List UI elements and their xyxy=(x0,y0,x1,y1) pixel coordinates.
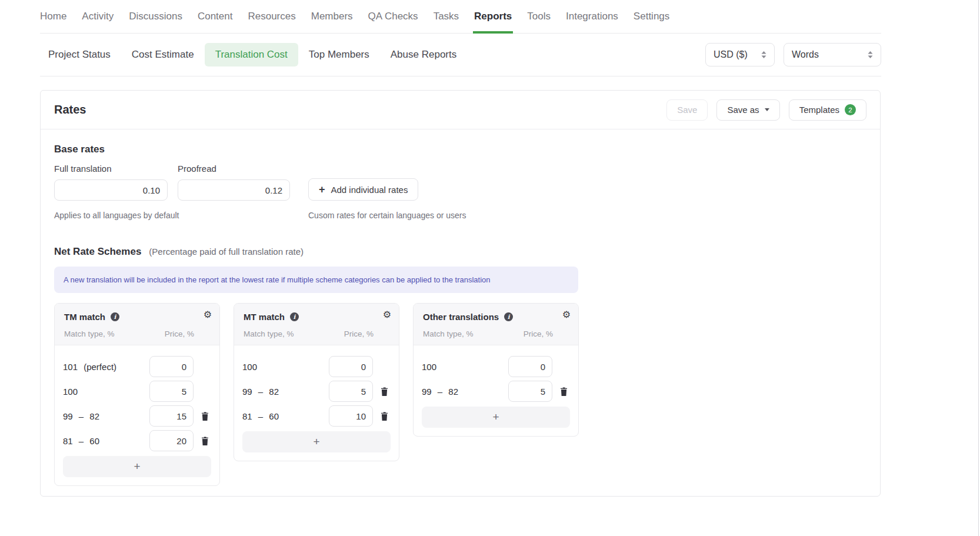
other-translations-title-row: Other translations i xyxy=(423,312,570,322)
trash-slot xyxy=(198,412,211,421)
gear-icon[interactable]: ⚙ xyxy=(383,310,391,319)
add-individual-rates-button[interactable]: + Add individual rates xyxy=(308,178,418,201)
top-navigation: Home Activity Discussions Content Resour… xyxy=(40,0,881,34)
price-input[interactable] xyxy=(329,405,373,427)
price-input[interactable] xyxy=(508,356,552,377)
mt-match-columns: Match type, % Price, % xyxy=(244,329,391,338)
rate-row: 81 – 60 xyxy=(55,430,219,451)
nav-item-activity[interactable]: Activity xyxy=(82,0,114,33)
sort-arrows-icon xyxy=(761,51,766,58)
rates-actions: Save Save as Templates 2 xyxy=(666,99,866,121)
nav-item-reports[interactable]: Reports xyxy=(474,0,512,33)
price-input[interactable] xyxy=(149,405,194,427)
tab-translation-cost[interactable]: Translation Cost xyxy=(205,43,298,66)
nav-item-members[interactable]: Members xyxy=(311,0,353,33)
trash-icon xyxy=(560,387,568,396)
gear-icon[interactable]: ⚙ xyxy=(562,310,571,319)
nav-item-settings[interactable]: Settings xyxy=(634,0,669,33)
add-rate-row-button[interactable]: + xyxy=(242,431,391,452)
price-input[interactable] xyxy=(149,356,194,377)
price-input[interactable] xyxy=(329,381,373,402)
nav-item-home[interactable]: Home xyxy=(40,0,66,33)
nav-item-content[interactable]: Content xyxy=(198,0,233,33)
content-shell: Home Activity Discussions Content Resour… xyxy=(40,0,881,497)
net-rate-schemes-heading: Net Rate Schemes xyxy=(54,246,141,258)
other-translations-columns: Match type, % Price, % xyxy=(423,329,570,338)
delete-row-button[interactable] xyxy=(381,412,388,421)
trash-icon xyxy=(201,437,209,445)
match-type-value: 81 – 60 xyxy=(63,436,149,446)
rate-row: 100 xyxy=(55,381,219,402)
info-icon[interactable]: i xyxy=(290,312,299,321)
match-type-column-header: Match type, % xyxy=(64,329,115,338)
delete-row-button[interactable] xyxy=(381,387,388,396)
mt-match-panel-header: MT match i ⚙ Match type, % Price, % xyxy=(234,304,399,345)
tm-match-panel: TM match i ⚙ Match type, % Price, % xyxy=(54,303,220,486)
other-translations-title: Other translations xyxy=(423,312,499,322)
match-type-value: 81 – 60 xyxy=(242,411,329,421)
currency-select[interactable]: USD ($) xyxy=(705,43,775,66)
base-rate-fields: + Add individual rates xyxy=(54,178,866,201)
proofread-input[interactable] xyxy=(178,179,290,201)
rates-card-body: Base rates Full translation Proofread + … xyxy=(41,129,880,496)
unit-select[interactable]: Words xyxy=(784,43,881,66)
price-input[interactable] xyxy=(329,356,373,377)
tab-project-status[interactable]: Project Status xyxy=(38,43,121,66)
rate-row: 81 – 60 xyxy=(234,405,399,427)
scheme-panels: TM match i ⚙ Match type, % Price, % xyxy=(54,303,866,486)
price-input[interactable] xyxy=(149,430,194,451)
save-as-button[interactable]: Save as xyxy=(716,99,779,121)
price-column-header: Price, % xyxy=(165,329,194,338)
templates-label: Templates xyxy=(799,105,839,115)
templates-button[interactable]: Templates 2 xyxy=(789,99,866,121)
rate-row: 100 xyxy=(414,356,578,377)
report-filters: USD ($) Words xyxy=(705,43,881,66)
tab-abuse-reports[interactable]: Abuse Reports xyxy=(380,43,467,66)
info-icon[interactable]: i xyxy=(504,312,513,321)
base-rate-labels: Full translation Proofread xyxy=(54,164,866,174)
trash-icon xyxy=(201,412,209,421)
gear-icon[interactable]: ⚙ xyxy=(204,310,212,319)
match-type-value: 99 – 82 xyxy=(242,387,329,397)
tab-top-members[interactable]: Top Members xyxy=(298,43,380,66)
info-icon[interactable]: i xyxy=(111,312,119,321)
unit-select-value: Words xyxy=(792,49,819,60)
nav-item-resources[interactable]: Resources xyxy=(248,0,295,33)
save-button[interactable]: Save xyxy=(666,99,708,121)
match-type-column-header: Match type, % xyxy=(244,329,294,338)
full-translation-label: Full translation xyxy=(54,164,178,174)
add-rate-row-button[interactable]: + xyxy=(422,407,570,428)
other-translations-panel-header: Other translations i ⚙ Match type, % Pri… xyxy=(414,304,578,345)
proofread-label: Proofread xyxy=(178,164,308,174)
report-tabs-bar: Project Status Cost Estimate Translation… xyxy=(40,34,881,76)
match-type-value: 99 – 82 xyxy=(422,387,508,397)
price-input[interactable] xyxy=(508,381,552,402)
add-rate-row-button[interactable]: + xyxy=(63,456,211,477)
tab-cost-estimate[interactable]: Cost Estimate xyxy=(121,43,205,66)
full-translation-input[interactable] xyxy=(54,179,168,201)
delete-row-button[interactable] xyxy=(201,412,209,421)
sort-arrows-icon xyxy=(868,51,873,58)
rate-row: 99 – 82 xyxy=(55,405,219,427)
chevron-down-icon xyxy=(765,108,769,111)
tm-match-panel-header: TM match i ⚙ Match type, % Price, % xyxy=(55,304,219,345)
rate-row: 99 – 82 xyxy=(414,381,578,402)
base-rates-hint: Applies to all languages by default xyxy=(54,211,308,220)
match-type-column-header: Match type, % xyxy=(423,329,474,338)
add-individual-rates-label: Add individual rates xyxy=(331,185,408,195)
match-type-value: 100 xyxy=(63,387,149,397)
trash-slot xyxy=(198,437,211,445)
templates-count-badge: 2 xyxy=(845,104,856,115)
nav-item-qa-checks[interactable]: QA Checks xyxy=(368,0,418,33)
mt-match-rows: 100 99 – 82 xyxy=(234,345,399,461)
plus-icon: + xyxy=(319,184,325,196)
nav-item-discussions[interactable]: Discussions xyxy=(129,0,182,33)
price-input[interactable] xyxy=(149,381,194,402)
rates-card: Rates Save Save as Templates 2 Base rate… xyxy=(40,90,881,497)
other-translations-panel: Other translations i ⚙ Match type, % Pri… xyxy=(413,303,579,437)
nav-item-tools[interactable]: Tools xyxy=(527,0,551,33)
nav-item-integrations[interactable]: Integrations xyxy=(566,0,618,33)
nav-item-tasks[interactable]: Tasks xyxy=(434,0,459,33)
delete-row-button[interactable] xyxy=(201,437,209,445)
delete-row-button[interactable] xyxy=(560,387,568,396)
